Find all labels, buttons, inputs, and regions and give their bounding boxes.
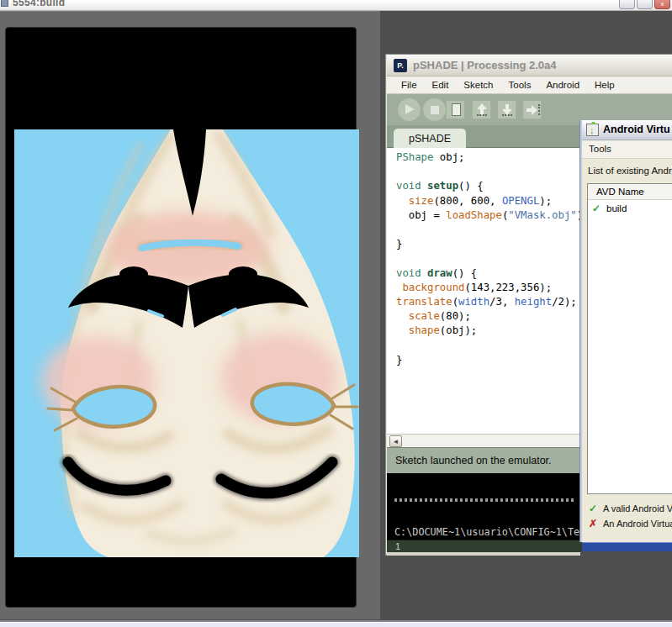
processing-window-title: pSHADE | Processing 2.0a4 <box>413 59 557 71</box>
run-button[interactable] <box>398 98 421 121</box>
cross-icon: ✗ <box>589 518 597 530</box>
save-button[interactable] <box>497 100 516 119</box>
menu-android[interactable]: Android <box>538 80 587 90</box>
emulator-window <box>0 11 380 619</box>
minimize-button[interactable] <box>619 0 635 9</box>
menu-tools[interactable]: Tools <box>501 80 539 90</box>
valid-check-icon: ✓ <box>592 201 601 216</box>
avd-titlebar[interactable]: ↓ Android Virtu <box>582 120 672 140</box>
avd-row-build[interactable]: ✓ build <box>588 201 672 216</box>
avd-window-title: Android Virtu <box>603 124 670 135</box>
menu-edit[interactable]: Edit <box>425 80 457 90</box>
sketch-render-area <box>14 129 359 557</box>
new-document-icon <box>452 103 461 116</box>
desktop <box>580 551 672 623</box>
check-icon: ✓ <box>589 503 597 514</box>
avd-table: AVD Name ✓ build <box>587 183 672 494</box>
screen: 5554:build x <box>0 0 672 627</box>
avd-list-label: List of existing Andro <box>588 166 672 176</box>
status-message: Sketch launched on the emulator. <box>395 455 552 466</box>
vmask-render <box>14 129 359 557</box>
processing-titlebar[interactable]: P. pSHADE | Processing 2.0a4 <box>387 55 672 76</box>
processing-menubar: File Edit Sketch Tools Android Help <box>387 76 672 94</box>
emulator-window-title: 5554:build <box>13 0 65 8</box>
export-arrow-icon <box>532 105 537 115</box>
avd-download-icon: ↓ <box>586 124 599 136</box>
export-button[interactable] <box>522 100 542 119</box>
avd-manager-window: ↓ Android Virtu Tools List of existing A… <box>580 120 672 542</box>
console-clipped-line <box>394 498 576 502</box>
open-button[interactable] <box>472 100 491 119</box>
avd-menubar: Tools <box>582 141 672 159</box>
close-icon: x <box>655 0 669 10</box>
emulator-titlebar[interactable]: 5554:build x <box>0 0 672 11</box>
emulator-app-icon <box>1 0 8 7</box>
menu-sketch[interactable]: Sketch <box>456 80 500 90</box>
emulator-screen <box>5 27 357 608</box>
legend-valid: ✓ A valid Android V <box>589 503 672 516</box>
stop-icon <box>431 106 439 114</box>
maximize-button[interactable] <box>637 0 653 9</box>
avd-name: build <box>606 201 627 216</box>
menu-file[interactable]: File <box>394 80 425 90</box>
legend-invalid: ✗ An Android Virtua <box>589 518 672 531</box>
line-number: 1 <box>395 541 400 551</box>
menu-avd-tools[interactable]: Tools <box>589 144 611 154</box>
new-sketch-button[interactable] <box>446 100 465 119</box>
play-icon <box>405 104 415 114</box>
processing-app-icon: P. <box>394 59 407 72</box>
open-arrow-icon <box>477 103 487 109</box>
taskbar-edge[interactable] <box>0 622 672 627</box>
background-window-titlebar-strip <box>582 542 672 551</box>
avd-table-header[interactable]: AVD Name <box>588 184 672 200</box>
menu-help[interactable]: Help <box>587 80 622 90</box>
tab-pshade[interactable]: pSHADE <box>394 129 466 148</box>
close-button[interactable]: x <box>654 0 670 9</box>
stop-button[interactable] <box>423 98 446 121</box>
scroll-left-button[interactable]: ◄ <box>389 435 402 447</box>
